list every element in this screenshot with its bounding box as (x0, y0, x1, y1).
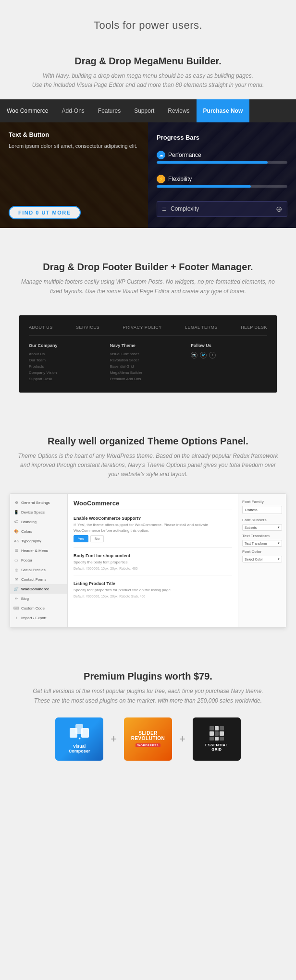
flexibility-fill (157, 185, 251, 188)
footer-col-item: Premium Add Ons (110, 377, 186, 381)
footer-col-social-title: Follow Us (191, 343, 267, 348)
toggle-yes-button[interactable]: Yes (74, 535, 88, 542)
footer-nav-help: HELP DESK (241, 325, 267, 330)
product-title-field: Listing Product Title Specify font prope… (74, 581, 232, 603)
sidebar-item-header[interactable]: ☰ Header & Menu (10, 546, 67, 555)
sr-badge: WORDPRESS (136, 743, 160, 747)
options-section-title: WooCommerce (74, 500, 232, 510)
footer-col-item: Our Team (29, 358, 105, 362)
font-subsets-select[interactable]: Subsets ▾ (242, 524, 282, 531)
nav-item-purchase[interactable]: Purchase Now (197, 99, 250, 122)
facebook-icon: f (209, 352, 216, 359)
text-transform-select[interactable]: Text Transform ▾ (242, 540, 282, 547)
body-font-field: Body Font for shop content Specify the b… (74, 553, 232, 575)
progress-bars-title: Progress Bars (157, 134, 287, 141)
performance-track (157, 161, 287, 164)
nav-item-woocommerce[interactable]: Woo Commerce (0, 99, 55, 122)
sr-label: SLIDERREVOLUTION (131, 730, 165, 741)
essential-grid-plugin: ESSENTIALGRID (193, 717, 241, 761)
social-icon: ◎ (14, 567, 19, 572)
complexity-label: Complexity (171, 205, 272, 212)
flexibility-track (157, 185, 287, 188)
plus-sign-1: + (111, 733, 117, 745)
footer-preview: ABOUT US SERVICES PRIVACY POLICY LEGAL T… (19, 315, 277, 393)
sidebar-item-contact[interactable]: ✉ Contact Forms (10, 574, 67, 584)
footer-col-item: Revolution Slider (110, 358, 186, 362)
sidebar-item-woocommerce[interactable]: 🛒 WooCommerce (10, 584, 67, 594)
woo-enable-desc: If 'Yes', the theme offers support for W… (74, 522, 232, 533)
sidebar-item-general[interactable]: ⚙ General Settings (10, 498, 67, 507)
footer-col-item: Visual Composer (110, 352, 186, 356)
body-font-desc: Specify the body font properties. (74, 560, 232, 565)
nav-item-reviews[interactable]: Reviews (161, 99, 196, 122)
woo-enable-label: Enable WooCommerce Support? (74, 516, 232, 521)
body-font-default: Default: #000000, 15px, 20px, Roboto, 40… (74, 567, 232, 570)
options-sidebar: ⚙ General Settings 📱 Device Specs 🏷 Bran… (10, 494, 68, 627)
import-icon: ↕ (14, 615, 19, 620)
footer-nav-privacy: PRIVACY POLICY (123, 325, 162, 330)
find-out-more-button[interactable]: FIND 0 UT MoRE (9, 206, 81, 219)
premium-title: Premium Plugins worth $79. (14, 671, 282, 682)
colors-icon: 🎨 (14, 529, 19, 534)
sidebar-item-device[interactable]: 📱 Device Specs (10, 507, 67, 517)
font-color-label: Font Color (242, 550, 282, 554)
complexity-bar-item: ☰ Complexity ⊕ (157, 201, 287, 217)
svg-text:✦: ✦ (78, 737, 81, 740)
font-subsets-label: Font Subsets (242, 518, 282, 522)
footer-col-item: Company Vision (29, 370, 105, 375)
sidebar-item-social[interactable]: ◎ Social Profiles (10, 565, 67, 574)
woo-icon: 🛒 (14, 586, 19, 591)
megamenu-section: Drag & Drop MegaMenu Builder. With Navy,… (0, 46, 296, 99)
footer-icon: ▭ (14, 558, 19, 562)
theme-options-title: Really well organized Theme Options Pane… (14, 436, 282, 447)
vc-logo-icon: ✦ (70, 724, 89, 741)
font-color-select[interactable]: Select Color ▾ (242, 556, 282, 562)
sidebar-item-footer[interactable]: ▭ Footer (10, 555, 67, 565)
flexibility-icon: ⚡ (157, 175, 165, 183)
font-family-value[interactable]: Roboto (242, 506, 282, 514)
complexity-drag-icon: ⊕ (276, 204, 282, 214)
performance-label: Performance (168, 152, 201, 158)
footer-col-item: Products (29, 364, 105, 369)
footer-col-company: Our Company About Us Our Team Products C… (29, 343, 105, 383)
product-title-default: Default: #000000, 15px, 20px, Roboto Sla… (74, 595, 232, 598)
sidebar-item-colors[interactable]: 🎨 Colors (10, 526, 67, 536)
font-family-label: Font Family (242, 500, 282, 504)
footer-columns: Our Company About Us Our Team Products C… (29, 343, 267, 383)
performance-bar-item: ☁ Performance (157, 151, 287, 164)
toggle-no-button[interactable]: No (90, 535, 104, 542)
svg-rect-2 (81, 728, 89, 738)
footer-nav-legal: LEGAL TERMS (185, 325, 218, 330)
footer-builder-title: Drag & Drop Footer Builder + Footer Mana… (19, 262, 277, 273)
sidebar-item-branding[interactable]: 🏷 Branding (10, 517, 67, 526)
footer-social-icons: 📷 🐦 f (191, 352, 267, 359)
twitter-icon: 🐦 (200, 352, 207, 359)
woo-toggle: Yes No (74, 535, 232, 542)
footer-col-social: Follow Us 📷 🐦 f (191, 343, 267, 383)
device-icon: 📱 (14, 510, 19, 514)
header-icon: ☰ (14, 548, 19, 553)
nav-item-features[interactable]: Features (91, 99, 127, 122)
plugins-row: ✦ VisualComposer + SLIDERREVOLUTION WORD… (14, 717, 282, 761)
performance-fill (157, 161, 268, 164)
typography-icon: Aa (14, 538, 19, 543)
options-main: WooCommerce Enable WooCommerce Support? … (68, 494, 238, 627)
blog-icon: ✏ (14, 596, 19, 601)
footer-col-item: MegaMenu Builder (110, 370, 186, 375)
megamenu-description: With Navy, building a drop down mega men… (19, 72, 277, 90)
nav-item-support[interactable]: Support (127, 99, 161, 122)
visual-composer-plugin: ✦ VisualComposer (55, 717, 103, 761)
hero-section: Tools for power users. (0, 0, 296, 46)
footer-col-navy: Navy Theme Visual Composer Revolution Sl… (110, 343, 186, 383)
sidebar-item-import[interactable]: ↕ Import / Export (10, 613, 67, 622)
sidebar-item-blog[interactable]: ✏ Blog (10, 594, 67, 603)
nav-item-addons[interactable]: Add-Ons (55, 99, 91, 122)
footer-col-item: Support Desk (29, 377, 105, 381)
complexity-icon: ☰ (162, 206, 167, 212)
options-panel: ⚙ General Settings 📱 Device Specs 🏷 Bran… (10, 493, 286, 628)
demo-left-panel: Text & Button Lorem ipsum dolor sit amet… (0, 122, 148, 228)
footer-preview-nav: ABOUT US SERVICES PRIVACY POLICY LEGAL T… (29, 325, 267, 336)
sidebar-item-custom-code[interactable]: ⌨ Custom Code (10, 603, 67, 613)
plus-sign-2: + (179, 733, 185, 745)
sidebar-item-typography[interactable]: Aa Typography (10, 536, 67, 546)
